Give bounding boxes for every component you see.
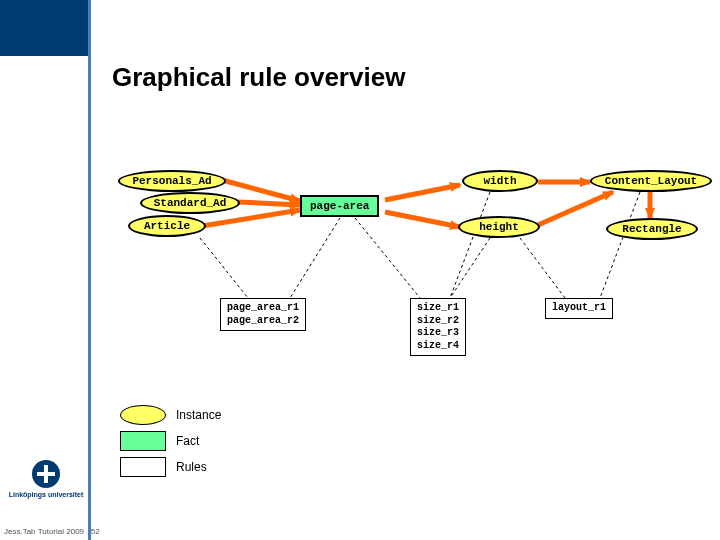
legend: Instance Fact Rules — [120, 405, 280, 483]
university-logo: Linköpings universitet — [16, 460, 76, 498]
rules-layout: layout_r1 — [545, 298, 613, 319]
svg-line-4 — [385, 185, 460, 200]
node-page-area: page-area — [300, 195, 379, 217]
box-icon — [120, 457, 166, 477]
svg-line-3 — [202, 210, 300, 226]
svg-line-7 — [538, 192, 613, 225]
svg-line-13 — [450, 238, 490, 298]
ellipse-icon — [120, 405, 166, 425]
arrows-layer — [0, 0, 720, 540]
svg-line-10 — [290, 218, 340, 298]
legend-instance: Instance — [120, 405, 280, 425]
rect-icon — [120, 431, 166, 451]
node-article: Article — [128, 215, 206, 237]
seal-icon — [32, 460, 60, 488]
node-standard-ad: Standard_Ad — [140, 192, 240, 214]
svg-line-11 — [355, 218, 420, 298]
legend-rules: Rules — [120, 457, 280, 477]
svg-line-5 — [385, 212, 460, 227]
rules-page-area: page_area_r1 page_area_r2 — [220, 298, 306, 331]
svg-line-15 — [600, 192, 640, 298]
node-width: width — [462, 170, 538, 192]
node-content-layout: Content_Layout — [590, 170, 712, 192]
svg-line-12 — [450, 192, 490, 298]
node-personals-ad: Personals_Ad — [118, 170, 226, 192]
node-rectangle: Rectangle — [606, 218, 698, 240]
rules-size: size_r1 size_r2 size_r3 size_r4 — [410, 298, 466, 356]
svg-line-2 — [238, 202, 300, 205]
svg-line-14 — [520, 238, 565, 298]
svg-line-9 — [200, 238, 248, 298]
legend-fact: Fact — [120, 431, 280, 451]
node-height: height — [458, 216, 540, 238]
footer-note: Jess.Tab Tutorial 2009 52 — [4, 527, 100, 536]
